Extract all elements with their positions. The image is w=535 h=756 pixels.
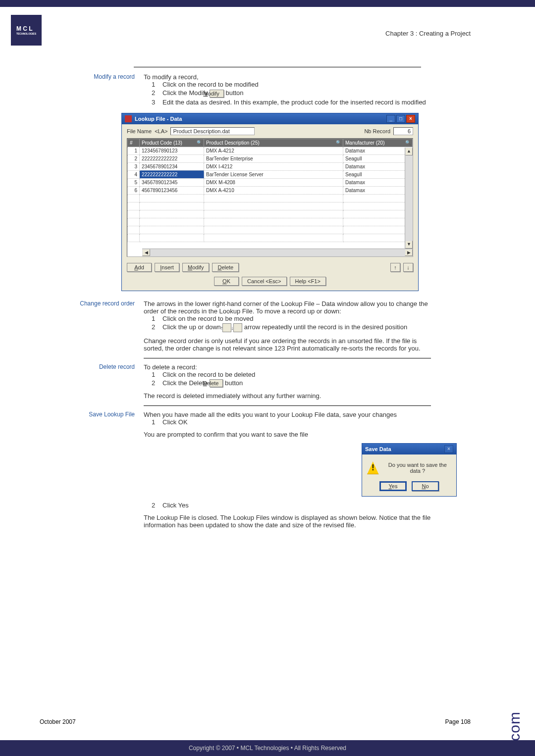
table-row[interactable]: 53456789012345DMX M-4208Datamax bbox=[128, 178, 413, 186]
scroll-track[interactable] bbox=[150, 249, 405, 256]
delete-step-2: 2Click the Delete Delete button bbox=[152, 379, 431, 388]
table-cell[interactable] bbox=[343, 194, 413, 202]
table-cell[interactable]: 2222222222222 bbox=[140, 154, 204, 162]
scroll-track[interactable] bbox=[405, 155, 413, 241]
table-cell[interactable] bbox=[128, 210, 140, 218]
col-code[interactable]: Product Code (13)🔍 bbox=[140, 139, 204, 147]
table-row[interactable] bbox=[128, 234, 413, 242]
up-arrow-button[interactable]: ↑ bbox=[222, 323, 231, 332]
horizontal-scrollbar[interactable]: ◀ ▶ bbox=[142, 249, 413, 256]
table-row[interactable] bbox=[128, 194, 413, 202]
table-row[interactable]: 42222222222222BarTender License ServerSe… bbox=[128, 170, 413, 178]
table-row[interactable]: 22222222222222BarTender EnterpriseSeagul… bbox=[128, 154, 413, 162]
table-cell[interactable]: Datamax bbox=[343, 186, 413, 194]
ok-button[interactable]: OK bbox=[214, 277, 239, 286]
table-cell[interactable] bbox=[140, 226, 204, 234]
table-cell[interactable]: Seagull bbox=[343, 154, 413, 162]
yes-button[interactable]: Yes bbox=[379, 481, 407, 491]
dialog-close-button[interactable]: × bbox=[444, 445, 453, 453]
table-cell[interactable]: DMX A-4210 bbox=[204, 186, 343, 194]
table-row[interactable]: 11234567890123DMX A-4212Datamax bbox=[128, 147, 413, 154]
col-desc[interactable]: Product Description (25)🔍 bbox=[204, 139, 343, 147]
scroll-right-button[interactable]: ▶ bbox=[405, 249, 413, 256]
table-cell[interactable]: BarTender License Server bbox=[204, 170, 343, 178]
table-cell[interactable]: 1 bbox=[128, 147, 140, 154]
table-cell[interactable]: 2 bbox=[128, 154, 140, 162]
table-row[interactable]: 64567890123456DMX A-4210Datamax bbox=[128, 186, 413, 194]
table-cell[interactable]: 3456789012345 bbox=[140, 178, 204, 186]
table-cell[interactable]: DMX A-4212 bbox=[204, 147, 343, 154]
no-button[interactable]: No bbox=[412, 481, 439, 491]
table-cell[interactable]: 4 bbox=[128, 170, 140, 178]
delete-button[interactable]: Delete bbox=[212, 263, 239, 272]
scroll-up-button[interactable]: ▲ bbox=[405, 148, 413, 155]
table-cell[interactable] bbox=[204, 210, 343, 218]
table-cell[interactable]: 1234567890123 bbox=[140, 147, 204, 154]
cancel-button[interactable]: Cancel <Esc> bbox=[242, 277, 286, 286]
table-cell[interactable]: DMX M-4208 bbox=[204, 178, 343, 186]
table-cell[interactable] bbox=[128, 226, 140, 234]
table-cell[interactable]: 5 bbox=[128, 178, 140, 186]
modify-button[interactable]: Modify bbox=[182, 263, 209, 272]
table-cell[interactable]: 6 bbox=[128, 186, 140, 194]
table-cell[interactable] bbox=[343, 226, 413, 234]
table-cell[interactable]: Datamax bbox=[343, 147, 413, 154]
table-cell[interactable]: BarTender Enterprise bbox=[204, 154, 343, 162]
maximize-button[interactable]: □ bbox=[396, 115, 405, 123]
table-cell[interactable] bbox=[140, 218, 204, 226]
table-cell[interactable] bbox=[343, 210, 413, 218]
table-cell[interactable] bbox=[140, 234, 204, 242]
app-icon bbox=[125, 115, 132, 122]
table-cell[interactable] bbox=[204, 226, 343, 234]
table-cell[interactable]: Datamax bbox=[343, 178, 413, 186]
down-arrow-button[interactable]: ↓ bbox=[233, 323, 242, 332]
table-cell[interactable]: 2222222222222 bbox=[140, 170, 204, 178]
table-row[interactable] bbox=[128, 218, 413, 226]
table-cell[interactable]: Seagull bbox=[343, 170, 413, 178]
file-name-field[interactable]: Product Description.dat bbox=[170, 127, 255, 135]
heading-modify: Modify a record bbox=[64, 73, 144, 107]
table-cell[interactable] bbox=[343, 202, 413, 210]
table-row[interactable]: 32345678901234DMX I-4212Datamax bbox=[128, 162, 413, 170]
insert-button[interactable]: Insert bbox=[155, 263, 179, 272]
table-cell[interactable] bbox=[128, 234, 140, 242]
table-cell[interactable] bbox=[128, 218, 140, 226]
search-icon[interactable]: 🔍 bbox=[405, 140, 411, 146]
add-button[interactable]: Add bbox=[127, 263, 152, 272]
table-cell[interactable] bbox=[140, 202, 204, 210]
scroll-left-button[interactable]: ◀ bbox=[142, 249, 150, 256]
help-button[interactable]: Help <F1> bbox=[290, 277, 326, 286]
table-cell[interactable]: DMX I-4212 bbox=[204, 162, 343, 170]
modify-button-inline[interactable]: Modify bbox=[210, 90, 223, 98]
table-cell[interactable] bbox=[204, 234, 343, 242]
minimize-button[interactable]: _ bbox=[386, 115, 395, 123]
move-up-button[interactable]: ↑ bbox=[390, 263, 400, 272]
move-down-button[interactable]: ↓ bbox=[403, 263, 413, 272]
table-cell[interactable]: 4567890123456 bbox=[140, 186, 204, 194]
table-cell[interactable] bbox=[140, 210, 204, 218]
table-cell[interactable] bbox=[204, 194, 343, 202]
table-row[interactable] bbox=[128, 226, 413, 234]
col-num[interactable]: # bbox=[128, 139, 140, 147]
delete-button-inline[interactable]: Delete bbox=[210, 379, 223, 387]
table-row[interactable] bbox=[128, 202, 413, 210]
table-cell[interactable]: Datamax bbox=[343, 162, 413, 170]
search-icon[interactable]: 🔍 bbox=[336, 140, 342, 146]
data-grid[interactable]: # Product Code (13)🔍 Product Description… bbox=[127, 138, 413, 257]
table-cell[interactable]: 3 bbox=[128, 162, 140, 170]
table-cell[interactable] bbox=[140, 194, 204, 202]
table-cell[interactable] bbox=[343, 218, 413, 226]
table-cell[interactable]: 2345678901234 bbox=[140, 162, 204, 170]
scroll-down-button[interactable]: ▼ bbox=[405, 241, 413, 249]
table-row[interactable] bbox=[128, 210, 413, 218]
table-cell[interactable] bbox=[204, 218, 343, 226]
vertical-scrollbar[interactable]: ▲ ▼ bbox=[405, 148, 413, 249]
close-button[interactable]: × bbox=[406, 115, 415, 123]
table-cell[interactable] bbox=[343, 234, 413, 242]
table-cell[interactable] bbox=[204, 202, 343, 210]
table-cell[interactable] bbox=[128, 194, 140, 202]
mcl-logo: M C L TECHNOLOGIES bbox=[11, 15, 42, 46]
table-cell[interactable] bbox=[128, 202, 140, 210]
search-icon[interactable]: 🔍 bbox=[197, 140, 203, 146]
col-mfr[interactable]: Manufacturer (20)🔍 bbox=[343, 139, 413, 147]
